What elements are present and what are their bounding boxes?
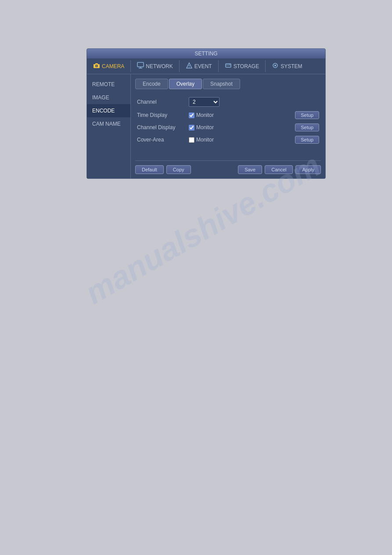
channel-select[interactable]: 1 2 3 4	[189, 97, 219, 107]
nav-event-label: EVENT	[194, 63, 212, 69]
nav-network-label: NETWORK	[146, 63, 173, 69]
cover-area-checkbox[interactable]	[189, 137, 194, 143]
channel-display-checkbox-group: Monitor	[189, 124, 214, 131]
svg-point-2	[96, 65, 97, 67]
cover-area-row: Cover-Area Monitor Setup	[137, 136, 319, 144]
sidebar-item-encode[interactable]: ENCODE	[87, 104, 130, 117]
channel-display-setup-button[interactable]: Setup	[295, 123, 319, 131]
nav-camera-label: CAMERA	[102, 63, 124, 69]
nav-item-storage[interactable]: STORAGE	[219, 60, 266, 72]
apply-button[interactable]: Apply	[295, 165, 321, 174]
sidebar: REMOTE IMAGE ENCODE CAM NAME	[87, 74, 131, 178]
channel-label: Channel	[137, 99, 185, 105]
svg-point-12	[229, 64, 230, 65]
channel-display-label: Channel Display	[137, 124, 185, 131]
time-display-checkbox[interactable]	[189, 112, 194, 118]
nav-system-label: SYSTEM	[281, 63, 302, 69]
cover-area-label: Cover-Area	[137, 137, 185, 143]
nav-item-system[interactable]: SYSTEM	[266, 60, 308, 72]
sidebar-item-remote[interactable]: REMOTE	[87, 78, 130, 91]
time-display-label: Time Display	[137, 112, 185, 118]
system-icon	[272, 62, 279, 70]
default-button[interactable]: Default	[135, 165, 164, 174]
event-icon	[186, 62, 193, 70]
copy-button[interactable]: Copy	[166, 165, 191, 174]
svg-rect-4	[137, 62, 144, 67]
tab-snapshot[interactable]: Snapshot	[203, 79, 240, 89]
svg-rect-10	[226, 64, 231, 67]
setting-panel: SETTING CAMERA NETWORK	[86, 48, 326, 179]
time-display-checkbox-group: Monitor	[189, 112, 214, 118]
svg-point-9	[189, 67, 190, 68]
cover-area-monitor-label: Monitor	[196, 137, 214, 143]
channel-row: Channel 1 2 3 4	[137, 97, 319, 107]
footer-right-buttons: Save Cancel Apply	[238, 165, 321, 174]
svg-rect-3	[95, 63, 98, 65]
main-content: REMOTE IMAGE ENCODE CAM NAME Encode Over…	[87, 74, 325, 178]
sidebar-item-cam-name[interactable]: CAM NAME	[87, 117, 130, 131]
content-area: Encode Overlay Snapshot Channel 1 2 3 4	[131, 74, 325, 178]
save-button[interactable]: Save	[238, 165, 262, 174]
network-icon	[137, 62, 144, 70]
tab-overlay[interactable]: Overlay	[169, 79, 202, 89]
channel-display-checkbox[interactable]	[189, 125, 194, 131]
nav-storage-label: STORAGE	[234, 63, 259, 69]
footer-buttons: Default Copy Save Cancel Apply	[135, 160, 321, 174]
cancel-button[interactable]: Cancel	[265, 165, 293, 174]
nav-item-network[interactable]: NETWORK	[131, 60, 179, 72]
svg-point-14	[274, 65, 276, 66]
cover-area-setup-button[interactable]: Setup	[295, 136, 319, 144]
setting-title: SETTING	[87, 49, 325, 58]
time-display-row: Time Display Monitor Setup	[137, 111, 319, 119]
time-display-monitor-label: Monitor	[196, 112, 214, 118]
channel-display-row: Channel Display Monitor Setup	[137, 123, 319, 131]
nav-item-event[interactable]: EVENT	[180, 60, 219, 72]
cover-area-checkbox-group: Monitor	[189, 137, 214, 143]
nav-item-camera[interactable]: CAMERA	[87, 60, 131, 72]
footer-left-buttons: Default Copy	[135, 165, 191, 174]
tab-encode[interactable]: Encode	[135, 79, 168, 89]
sidebar-item-image[interactable]: IMAGE	[87, 91, 130, 104]
camera-icon	[93, 62, 100, 70]
tab-bar: Encode Overlay Snapshot	[135, 79, 321, 89]
storage-icon	[225, 62, 232, 70]
channel-display-monitor-label: Monitor	[196, 124, 214, 131]
time-display-setup-button[interactable]: Setup	[295, 111, 319, 119]
form-area: Channel 1 2 3 4 Time Display Monitor	[135, 94, 321, 152]
top-navigation: CAMERA NETWORK EVENT	[87, 58, 325, 74]
